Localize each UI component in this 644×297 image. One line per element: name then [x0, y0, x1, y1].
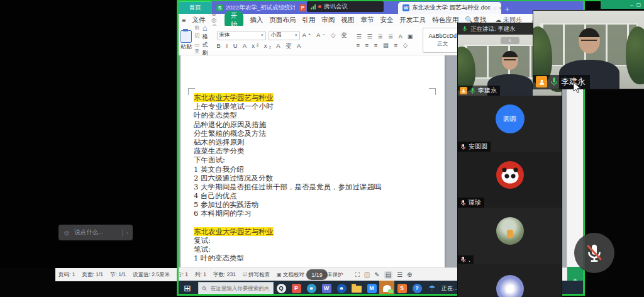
mouse-cursor [573, 82, 581, 96]
mic-muted-icon [460, 256, 467, 263]
font-tools-row2[interactable]: B I U A x² x₂ A 变 A [217, 42, 303, 50]
proofread-button[interactable]: ▣文档校对 [277, 271, 304, 279]
cut-button[interactable]: ✕ 剪切 [194, 18, 200, 40]
signal-icon [311, 4, 316, 9]
status-word-count[interactable]: 字数: 231 [213, 271, 236, 279]
doc-line [194, 218, 440, 227]
participant-tile[interactable]: . [458, 208, 562, 264]
menu-dev-tools[interactable]: 开发工具 [399, 16, 426, 25]
menu-references[interactable]: 引用 [302, 16, 315, 25]
avatar: 圆圆 [496, 104, 525, 133]
spell-check-button[interactable]: ☑拼写检查 [243, 271, 270, 279]
collapse-chat-icon[interactable]: ‹ [126, 230, 128, 236]
participant-label: 李建永 [533, 75, 590, 89]
menu-view[interactable]: 视图 [341, 16, 354, 25]
doc-line: 3 大学期间是否担任过班干部，是否是党员，参加过课题吗 [194, 182, 440, 191]
status-column: 列: 1 [195, 271, 206, 279]
host-badge-icon [536, 76, 547, 87]
new-tab-button[interactable]: + [505, 5, 509, 14]
mic-muted-icon [460, 199, 467, 206]
status-section: 节: 1/1 [110, 271, 126, 279]
menu-review[interactable]: 审阅 [321, 16, 335, 25]
outline-view-icon[interactable]: ☰ [397, 271, 402, 279]
doc-line: 上午专业课笔试一个小时 [194, 102, 440, 111]
tab-comment-icon[interactable]: ◌ [493, 5, 496, 11]
tab-close-icon[interactable]: × [499, 5, 501, 11]
doc-line: 叶的变态类型 [194, 111, 440, 120]
paste-icon [180, 30, 192, 43]
mic-on-icon [469, 87, 476, 94]
doc-line: 4 自己的优点 [194, 191, 440, 200]
mic-on-icon [549, 77, 559, 87]
menu-section[interactable]: 章节 [360, 16, 374, 25]
minimize-icon[interactable]: – [630, 2, 633, 8]
doc-line: 蔬菜生态学分类 [194, 147, 440, 155]
participant-tile[interactable] [458, 264, 562, 297]
collapse-chevron-icon[interactable]: ∧ [501, 37, 519, 44]
doc-line: 下午面试: [194, 155, 440, 164]
font-tools-row1[interactable]: A⁺ A⁻ ◇ 变 [303, 31, 349, 40]
participant-label: 安圆圆 [458, 142, 491, 152]
paste-button[interactable]: 粘贴 [180, 30, 192, 51]
screen-share-border-top [177, 0, 601, 1]
mic-on-icon [462, 26, 468, 32]
doc-line: 1 叶的变态类型 [194, 254, 440, 262]
menu-insert[interactable]: 插入 [250, 16, 263, 25]
taskbar-meeting-status[interactable]: 正在... [441, 284, 458, 293]
status-page-number: 页码: 1 [58, 271, 75, 279]
paragraph-tools-row1[interactable]: ☰ ☰ ≣ ≣ A ▣ [356, 33, 414, 40]
windows-logo-icon: ⊞ [184, 283, 191, 293]
mic-muted-button[interactable] [574, 233, 614, 273]
highlighted-title: 东北农业大学园艺与种业 [194, 93, 274, 102]
menu-page-layout[interactable]: 页面布局 [269, 16, 296, 25]
mic-muted-icon [460, 143, 467, 150]
document-page[interactable]: 东北农业大学园艺与种业 上午专业课笔试一个小时 叶的变态类型 品种退化的原因及措… [180, 55, 445, 267]
divider [122, 229, 123, 237]
search-icon [202, 286, 207, 291]
mic-muted-icon [584, 243, 604, 263]
panda-avatar [496, 161, 524, 189]
participant-tile[interactable]: 圆圆 安圆圆 [458, 96, 562, 152]
emoji-icon[interactable]: ☺ [63, 228, 70, 237]
paragraph-tools-row2[interactable]: ≡ ≡ ≡ ▤ ≡ ◇ [356, 42, 409, 48]
hamburger-icon[interactable]: ≡ [182, 16, 186, 24]
page-indicator-badge: 1/19 [306, 269, 328, 280]
status-page-count: 页面: 1/1 [82, 271, 103, 279]
doc-line: 砧木的选择原则 [194, 138, 440, 147]
meeting-chat-bubble[interactable]: ☺ 说点什么... ‹ [58, 225, 133, 240]
menu-security[interactable]: 安全 [380, 16, 393, 25]
doc-line: 复试: [194, 236, 440, 245]
split-view-icon[interactable]: ◫ [364, 271, 370, 279]
wps-ppt-icon: P [299, 4, 306, 11]
doc-line: 分生繁殖的概念及方法 [194, 129, 440, 138]
document-text[interactable]: 东北农业大学园艺与种业 上午专业课笔试一个小时 叶的变态类型 品种退化的原因及措… [194, 93, 440, 263]
font-family-select[interactable]: 宋体▾ [217, 31, 266, 40]
taskbar-search[interactable] [198, 282, 274, 294]
doc-line: 1 英文自我介绍 [194, 165, 440, 174]
participant-label: 谭珍 [458, 198, 484, 208]
web-view-icon[interactable]: ⊕ [407, 271, 412, 279]
participant-tile[interactable]: 谭珍 [458, 152, 562, 208]
tab-active-document[interactable]: W 东北农业大学 园艺与种业.doc ◌ × [398, 2, 501, 14]
page-view-icon[interactable]: ▤ [384, 271, 392, 279]
tab-home[interactable]: 首页 [178, 1, 212, 14]
doc-line: 6 本科期间的学习 [194, 209, 440, 218]
screen: 首页 S 2022年农学_初试成绩统计表 P 2022年考研复试线上指导会 W … [0, 0, 644, 297]
pen-tool-icon[interactable]: ✎ [374, 271, 379, 279]
font-size-select[interactable]: 小四▾ [269, 31, 300, 40]
doc-line: 2 四六级通过情况及分数 [194, 174, 440, 182]
highlighted-title: 东北农业大学园艺与种业 [194, 227, 274, 236]
doc-line: 5 参加过的实践活动 [194, 200, 440, 209]
floating-speaker-video[interactable]: 李建永 [533, 10, 644, 89]
participant-label: 李建永 [458, 86, 500, 96]
chat-placeholder[interactable]: 说点什么... [74, 228, 103, 237]
format-painter-button[interactable]: ⌂ 格式刷 [203, 23, 208, 57]
meeting-mini-bar[interactable]: 腾讯会议 [307, 1, 384, 12]
brush-icon: ⌂ [203, 23, 208, 33]
search-input[interactable] [209, 284, 270, 292]
maximize-icon[interactable]: ▢ [636, 2, 641, 8]
tab-spreadsheet[interactable]: S 2022年农学_初试成绩统计表 [212, 2, 295, 14]
recording-dot-icon [318, 5, 321, 8]
fullscreen-view-icon[interactable]: ⛶ [355, 271, 360, 279]
menu-featured-apps[interactable]: 特色应用 [432, 16, 458, 25]
